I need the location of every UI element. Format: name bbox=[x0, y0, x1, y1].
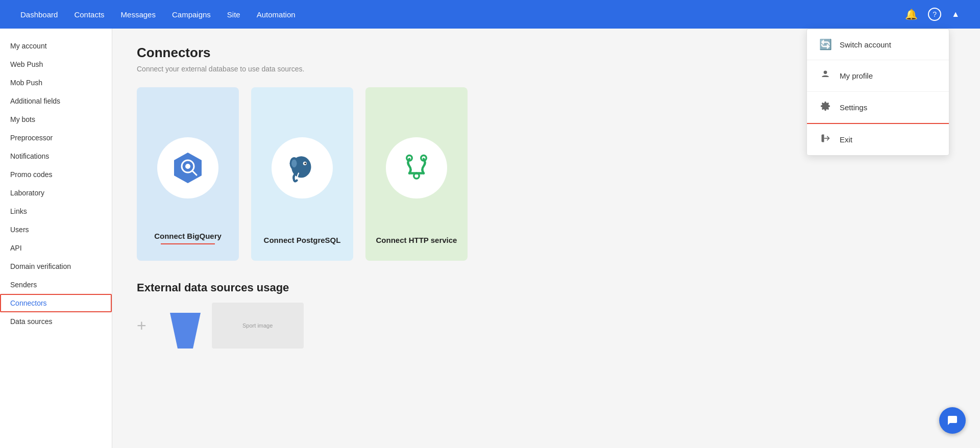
http-label: Connect HTTP service bbox=[376, 236, 457, 244]
dropdown-settings[interactable]: Settings bbox=[807, 92, 949, 124]
bigquery-icon bbox=[170, 150, 206, 186]
nav-links: Dashboard Contacts Messages Campaigns Si… bbox=[20, 10, 296, 19]
http-card[interactable]: Connect HTTP service bbox=[365, 87, 468, 261]
sidebar-item-notifications[interactable]: Notifications bbox=[0, 147, 112, 165]
nav-contacts[interactable]: Contacts bbox=[74, 10, 104, 19]
sidebar-item-api[interactable]: API bbox=[0, 239, 112, 257]
sidebar-item-web-push[interactable]: Web Push bbox=[0, 55, 112, 73]
postgresql-icon bbox=[284, 150, 320, 186]
postgresql-label: Connect PostgreSQL bbox=[264, 236, 341, 244]
nav-messages[interactable]: Messages bbox=[121, 10, 156, 19]
my-profile-label: My profile bbox=[840, 71, 873, 80]
sidebar-item-connectors[interactable]: Connectors bbox=[0, 294, 112, 312]
svg-marker-14 bbox=[170, 313, 201, 349]
svg-point-0 bbox=[824, 71, 827, 74]
chart-area: + Sport image bbox=[137, 303, 955, 349]
user-dropdown: 🔄 Switch account My profile Settings bbox=[806, 29, 949, 156]
bigquery-card[interactable]: Connect BigQuery bbox=[137, 87, 239, 261]
dropdown-switch-account[interactable]: 🔄 Switch account bbox=[807, 29, 949, 60]
svg-point-12 bbox=[414, 173, 420, 179]
sidebar-item-preprocessor[interactable]: Preprocessor bbox=[0, 129, 112, 147]
sidebar-item-domain-verification[interactable]: Domain verification bbox=[0, 257, 112, 276]
user-menu-toggle[interactable]: ▲ bbox=[951, 10, 960, 19]
svg-point-5 bbox=[185, 164, 190, 169]
dropdown-exit[interactable]: Exit bbox=[807, 124, 949, 155]
bigquery-icon-circle bbox=[157, 137, 218, 198]
postgresql-card[interactable]: Connect PostgreSQL bbox=[251, 87, 353, 261]
sport-image-placeholder: Sport image bbox=[212, 303, 304, 349]
sidebar-item-laboratory[interactable]: Laboratory bbox=[0, 184, 112, 202]
dropdown-my-profile[interactable]: My profile bbox=[807, 60, 949, 92]
nav-site[interactable]: Site bbox=[227, 10, 240, 19]
nav-dashboard[interactable]: Dashboard bbox=[20, 10, 58, 19]
sidebar-item-links[interactable]: Links bbox=[0, 202, 112, 220]
profile-icon bbox=[819, 69, 831, 82]
help-icon[interactable]: ? bbox=[928, 8, 941, 21]
switch-account-icon: 🔄 bbox=[819, 38, 831, 51]
bigquery-label: Connect BigQuery bbox=[154, 228, 222, 244]
http-icon-circle bbox=[386, 137, 447, 198]
nav-automation[interactable]: Automation bbox=[257, 10, 296, 19]
chat-button[interactable] bbox=[939, 407, 966, 434]
postgresql-icon-circle bbox=[272, 137, 333, 198]
external-data-section-title: External data sources usage bbox=[137, 281, 955, 294]
chart-funnel-icon bbox=[165, 308, 206, 349]
nav-campaigns[interactable]: Campaigns bbox=[172, 10, 211, 19]
sidebar-item-senders[interactable]: Senders bbox=[0, 276, 112, 294]
settings-icon bbox=[819, 101, 831, 114]
top-nav: Dashboard Contacts Messages Campaigns Si… bbox=[0, 0, 980, 29]
sidebar-item-additional-fields[interactable]: Additional fields bbox=[0, 92, 112, 110]
settings-label: Settings bbox=[840, 103, 867, 112]
exit-icon bbox=[819, 133, 831, 146]
sidebar-item-mob-push[interactable]: Mob Push bbox=[0, 73, 112, 92]
svg-point-10 bbox=[304, 163, 306, 165]
chat-icon bbox=[946, 414, 959, 427]
sidebar-item-users[interactable]: Users bbox=[0, 220, 112, 239]
exit-label: Exit bbox=[840, 135, 852, 144]
sidebar: My account Web Push Mob Push Additional … bbox=[0, 29, 112, 448]
switch-account-label: Switch account bbox=[840, 40, 891, 49]
sidebar-item-promo-codes[interactable]: Promo codes bbox=[0, 165, 112, 184]
sidebar-item-my-account[interactable]: My account bbox=[0, 37, 112, 55]
http-webhook-icon bbox=[399, 150, 434, 186]
nav-right: 🔔 ? ▲ bbox=[905, 8, 960, 21]
bell-icon[interactable]: 🔔 bbox=[905, 8, 918, 20]
plus-icon: + bbox=[137, 316, 146, 335]
sidebar-item-data-sources[interactable]: Data sources bbox=[0, 312, 112, 331]
sidebar-item-my-bots[interactable]: My bots bbox=[0, 110, 112, 129]
svg-point-8 bbox=[291, 159, 297, 167]
